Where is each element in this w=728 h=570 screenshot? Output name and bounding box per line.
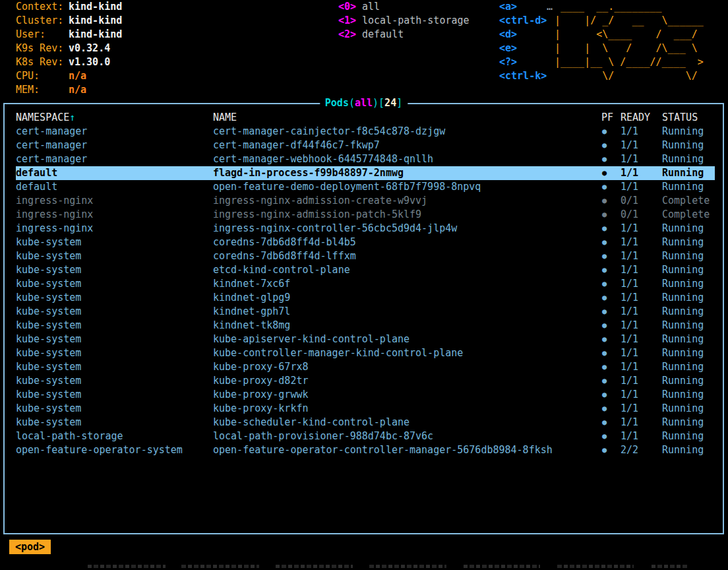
- title-punct: [: [379, 97, 384, 109]
- k9s-rev-row: K9s Rev:v0.32.4: [16, 42, 122, 55]
- cell-pf: ●: [601, 222, 621, 236]
- k8s-rev-row: K8s Rev:v1.30.0: [16, 55, 122, 69]
- cpu-row: CPU:n/a: [16, 69, 122, 83]
- cell-pf: ●: [601, 236, 621, 249]
- namespace-hotkeys: <0>all <1>local-path-storage <2>default: [338, 0, 470, 42]
- table-row[interactable]: kube-systemkindnet-tk8mg●1/1Running: [16, 319, 715, 332]
- cell-namespace: local-path-storage: [16, 429, 213, 443]
- cell-ready: 1/1: [621, 305, 662, 319]
- cell-status: Running: [662, 277, 715, 291]
- cell-pf: ●: [601, 249, 621, 263]
- table-row[interactable]: cert-managercert-manager-cainjector-f8c5…: [16, 125, 715, 139]
- cell-name: local-path-provisioner-988d74bc-87v6c: [213, 429, 601, 443]
- table-row[interactable]: kube-systemcoredns-7db6d8ff4d-lffxm●1/1R…: [16, 249, 715, 263]
- table-row[interactable]: kube-systemkindnet-glpg9●1/1Running: [16, 291, 715, 305]
- cell-pf: ●: [601, 374, 621, 388]
- truncated-menu-text: …: [547, 0, 553, 14]
- breadcrumb-pod[interactable]: <pod>: [9, 540, 51, 554]
- cell-name: kube-apiserver-kind-control-plane: [213, 332, 601, 346]
- cell-pf: ●: [601, 319, 621, 332]
- panel-title: Pods(all)[24]: [320, 96, 408, 110]
- title-punct: ]: [396, 97, 402, 109]
- cell-name: open-feature-demo-deployment-68fb7f7998-…: [213, 180, 601, 194]
- cell-name: kube-proxy-grwwk: [213, 388, 601, 402]
- cluster-info: Context:kind-kind Cluster:kind-kind User…: [16, 0, 122, 97]
- pods-table-body: cert-managercert-manager-cainjector-f8c5…: [16, 125, 715, 457]
- namespace-hotkey-default: <2>default: [338, 28, 470, 42]
- hotkey-ctrl-d: <ctrl-d>: [499, 14, 547, 28]
- cell-status: Running: [662, 305, 715, 319]
- cell-namespace: kube-system: [16, 319, 213, 332]
- cell-ready: 1/1: [621, 388, 662, 402]
- cell-pf: ●: [601, 277, 621, 291]
- header-ready[interactable]: READY: [621, 111, 662, 125]
- table-row[interactable]: ingress-nginxingress-nginx-admission-pat…: [16, 208, 715, 222]
- cell-ready: 1/1: [621, 332, 662, 346]
- table-row[interactable]: ingress-nginxingress-nginx-admission-cre…: [16, 194, 715, 208]
- cell-status: Running: [662, 263, 715, 277]
- cell-pf: ●: [601, 332, 621, 346]
- cell-namespace: kube-system: [16, 402, 213, 416]
- table-row[interactable]: kube-systemkube-controller-manager-kind-…: [16, 346, 715, 360]
- table-row[interactable]: cert-managercert-manager-df44f46c7-fkwp7…: [16, 139, 715, 152]
- cell-pf: ●: [601, 125, 621, 139]
- cell-pf: ●: [601, 208, 621, 222]
- cell-name: kube-controller-manager-kind-control-pla…: [213, 346, 601, 360]
- table-header-row: NAMESPACE↑ NAME PF READY STATUS: [16, 111, 715, 125]
- table-row[interactable]: kube-systemkube-proxy-grwwk●1/1Running: [16, 388, 715, 402]
- hotkey-1: <1>: [338, 14, 362, 28]
- action-hotkeys: <a> <ctrl-d> <d> <e> <?> <ctrl-k>: [499, 0, 547, 83]
- table-row[interactable]: local-path-storagelocal-path-provisioner…: [16, 429, 715, 443]
- table-row[interactable]: defaultflagd-in-process-f99b48897-2nmwg●…: [16, 166, 715, 180]
- k8s-rev-value: v1.30.0: [69, 56, 110, 68]
- logo-line: |____|__ \ /____//____ >: [555, 55, 704, 69]
- cell-pf: ●: [601, 346, 621, 360]
- cell-namespace: default: [16, 166, 213, 180]
- table-row[interactable]: cert-managercert-manager-webhook-6445774…: [16, 152, 715, 166]
- header-namespace[interactable]: NAMESPACE↑: [16, 111, 213, 125]
- cell-status: Running: [662, 319, 715, 332]
- cell-name: flagd-in-process-f99b48897-2nmwg: [213, 166, 601, 180]
- cluster-row: Cluster:kind-kind: [16, 14, 122, 28]
- table-row[interactable]: kube-systemkube-proxy-d82tr●1/1Running: [16, 374, 715, 388]
- cell-namespace: ingress-nginx: [16, 194, 213, 208]
- table-row[interactable]: kube-systemcoredns-7db6d8ff4d-bl4b5●1/1R…: [16, 236, 715, 249]
- cell-name: open-feature-operator-controller-manager…: [213, 443, 601, 457]
- cell-namespace: kube-system: [16, 291, 213, 305]
- header-status[interactable]: STATUS: [662, 111, 715, 125]
- cell-status: Running: [662, 443, 715, 457]
- header-pf[interactable]: PF: [601, 111, 621, 125]
- table-row[interactable]: kube-systemkindnet-7xc6f●1/1Running: [16, 277, 715, 291]
- table-row[interactable]: kube-systemkube-proxy-krkfn●1/1Running: [16, 402, 715, 416]
- table-row[interactable]: kube-systemkube-proxy-67rx8●1/1Running: [16, 360, 715, 374]
- header-name[interactable]: NAME: [213, 111, 601, 125]
- cell-name: cert-manager-webhook-6445774848-qnllh: [213, 152, 601, 166]
- cell-pf: ●: [601, 152, 621, 166]
- cell-status: Complete: [662, 208, 715, 222]
- table-row[interactable]: defaultopen-feature-demo-deployment-68fb…: [16, 180, 715, 194]
- cell-namespace: kube-system: [16, 236, 213, 249]
- table-row[interactable]: ingress-nginxingress-nginx-controller-56…: [16, 222, 715, 236]
- cell-name: ingress-nginx-controller-56cbc5d9d4-jlp4…: [213, 222, 601, 236]
- sort-arrow-icon: ↑: [69, 111, 75, 123]
- cell-namespace: ingress-nginx: [16, 208, 213, 222]
- cell-name: cert-manager-df44f46c7-fkwp7: [213, 139, 601, 152]
- table-row[interactable]: kube-systemkindnet-gph7l●1/1Running: [16, 305, 715, 319]
- cell-namespace: ingress-nginx: [16, 222, 213, 236]
- clipped-terminal-line: [88, 565, 689, 568]
- cell-ready: 2/2: [621, 443, 662, 457]
- hotkey-1-label: local-path-storage: [362, 15, 470, 26]
- table-row[interactable]: kube-systemkube-scheduler-kind-control-p…: [16, 416, 715, 429]
- table-row[interactable]: kube-systemkube-apiserver-kind-control-p…: [16, 332, 715, 346]
- cell-name: kindnet-gph7l: [213, 305, 601, 319]
- table-row[interactable]: kube-systemetcd-kind-control-plane●1/1Ru…: [16, 263, 715, 277]
- cell-name: kube-proxy-d82tr: [213, 374, 601, 388]
- cell-ready: 1/1: [621, 360, 662, 374]
- cell-name: coredns-7db6d8ff4d-bl4b5: [213, 236, 601, 249]
- cell-pf: ●: [601, 429, 621, 443]
- cell-status: Running: [662, 180, 715, 194]
- cell-namespace: kube-system: [16, 305, 213, 319]
- cpu-label: CPU:: [16, 69, 69, 83]
- table-row[interactable]: open-feature-operator-systemopen-feature…: [16, 443, 715, 457]
- cell-status: Running: [662, 166, 715, 180]
